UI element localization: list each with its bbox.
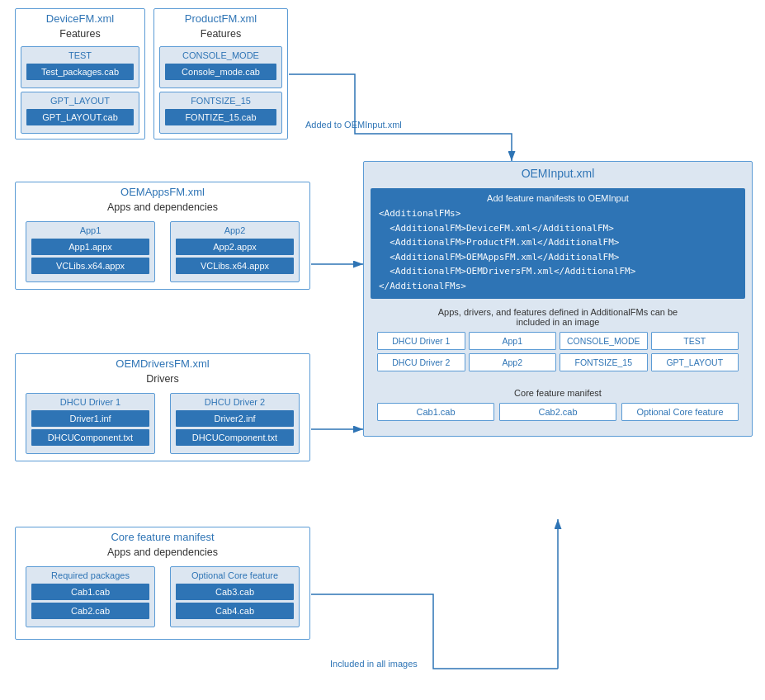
grid-dhcu1: DHCU Driver 1 [377, 332, 465, 350]
driver1-inf: Driver1.inf [31, 410, 149, 427]
xml-section: Add feature manifests to OEMInput <Addit… [371, 188, 745, 299]
product-fm-box: ProductFM.xml Features CONSOLE_MODE Cons… [153, 8, 288, 140]
oemapps-fm-title: OEMAppsFM.xml [16, 182, 309, 200]
driver2-group: DHCU Driver 2 Driver2.inf DHCUComponent.… [170, 393, 300, 454]
app2-vclibs: VCLibs.x64.appx [176, 258, 294, 274]
grid-dhcu2: DHCU Driver 2 [377, 353, 465, 371]
driver2-label: DHCU Driver 2 [176, 397, 294, 407]
grid-app1: App1 [469, 332, 557, 350]
core-section: Core feature manifest Cab1.cab Cab2.cab … [371, 383, 745, 426]
oemdrivers-fm-subtitle: Drivers [16, 371, 309, 388]
fontsize-label: FONTSIZE_15 [165, 96, 276, 106]
product-fm-title: ProductFM.xml [154, 9, 287, 26]
test-pkg: Test_packages.cab [26, 64, 134, 80]
device-feature-test: TEST Test_packages.cab [21, 46, 139, 88]
fontsize-pkg: FONTIZE_15.cab [165, 109, 276, 125]
svg-text:Added to OEMInput.xml: Added to OEMInput.xml [305, 120, 402, 130]
driver2-comp: DHCUComponent.txt [176, 429, 294, 446]
core-items-grid: Cab1.cab Cab2.cab Optional Core feature [377, 403, 739, 421]
app1-group: App1 App1.appx VCLibs.x64.appx [26, 221, 155, 282]
grid-console: CONSOLE_MODE [560, 332, 648, 350]
app2-group: App2 App2.appx VCLibs.x64.appx [170, 221, 300, 282]
driver1-group: DHCU Driver 1 Driver1.inf DHCUComponent.… [26, 393, 155, 454]
grid-test: TEST [651, 332, 739, 350]
drivers-grid-row1: DHCU Driver 1 App1 CONSOLE_MODE TEST [377, 332, 739, 350]
app2-appx: App2.appx [176, 239, 294, 255]
core-cab1: Cab1.cab [377, 403, 494, 421]
app1-appx: App1.appx [31, 239, 149, 255]
core-cab2: Cab2.cab [499, 403, 616, 421]
cab2-item: Cab2.cab [31, 603, 149, 619]
driver1-label: DHCU Driver 1 [31, 397, 149, 407]
app2-label: App2 [176, 225, 294, 235]
cab3-item: Cab3.cab [176, 584, 294, 600]
oemapps-fm-subtitle: Apps and dependencies [16, 200, 309, 216]
xml-section-title: Add feature manifests to OEMInput [379, 193, 737, 203]
oemapps-fm-box: OEMAppsFM.xml Apps and dependencies App1… [15, 182, 310, 290]
app1-vclibs: VCLibs.x64.appx [31, 258, 149, 274]
gpt-label: GPT_LAYOUT [26, 96, 134, 106]
required-pkg-label: Required packages [31, 570, 149, 580]
product-fm-subtitle: Features [154, 26, 287, 43]
oemdrivers-fm-box: OEMDriversFM.xml Drivers DHCU Driver 1 D… [15, 353, 310, 461]
drivers-section: Apps, drivers, and features defined in A… [371, 302, 745, 380]
oeminput-box: OEMInput.xml Add feature manifests to OE… [363, 161, 753, 437]
drivers-grid-row2: DHCU Driver 2 App2 FONTSIZE_15 GPT_LAYOU… [377, 353, 739, 371]
oemdrivers-fm-title: OEMDriversFM.xml [16, 354, 309, 371]
diagram: DeviceFM.xml Features TEST Test_packages… [0, 0, 765, 700]
driver1-comp: DHCUComponent.txt [31, 429, 149, 446]
core-optional: Optional Core feature [621, 403, 739, 421]
xml-code: <AdditionalFMs> <AdditionalFM>DeviceFM.x… [379, 206, 737, 294]
driver2-inf: Driver2.inf [176, 410, 294, 427]
product-feature-console: CONSOLE_MODE Console_mode.cab [159, 46, 282, 88]
oeminput-title: OEMInput.xml [364, 162, 752, 185]
optional-pkg-label: Optional Core feature [176, 570, 294, 580]
core-feature-subtitle: Apps and dependencies [16, 545, 309, 561]
core-section-title: Core feature manifest [377, 388, 739, 398]
grid-fontsize: FONTSIZE_15 [560, 353, 648, 371]
grid-gpt: GPT_LAYOUT [651, 353, 739, 371]
device-fm-title: DeviceFM.xml [16, 9, 144, 26]
app1-label: App1 [31, 225, 149, 235]
cab4-item: Cab4.cab [176, 603, 294, 619]
console-pkg: Console_mode.cab [165, 64, 276, 80]
optional-pkg-group: Optional Core feature Cab3.cab Cab4.cab [170, 566, 300, 627]
console-label: CONSOLE_MODE [165, 50, 276, 60]
cab1-item: Cab1.cab [31, 584, 149, 600]
core-feature-title: Core feature manifest [16, 527, 309, 545]
svg-text:Included in all images: Included in all images [330, 659, 418, 669]
required-pkg-group: Required packages Cab1.cab Cab2.cab [26, 566, 155, 627]
core-feature-box: Core feature manifest Apps and dependenc… [15, 527, 310, 640]
drivers-section-title: Apps, drivers, and features defined in A… [377, 307, 739, 327]
test-label: TEST [26, 50, 134, 60]
device-fm-box: DeviceFM.xml Features TEST Test_packages… [15, 8, 145, 140]
product-feature-fontsize: FONTSIZE_15 FONTIZE_15.cab [159, 92, 282, 134]
device-feature-gpt: GPT_LAYOUT GPT_LAYOUT.cab [21, 92, 139, 134]
grid-app2: App2 [469, 353, 557, 371]
device-fm-subtitle: Features [16, 26, 144, 43]
gpt-pkg: GPT_LAYOUT.cab [26, 109, 134, 125]
